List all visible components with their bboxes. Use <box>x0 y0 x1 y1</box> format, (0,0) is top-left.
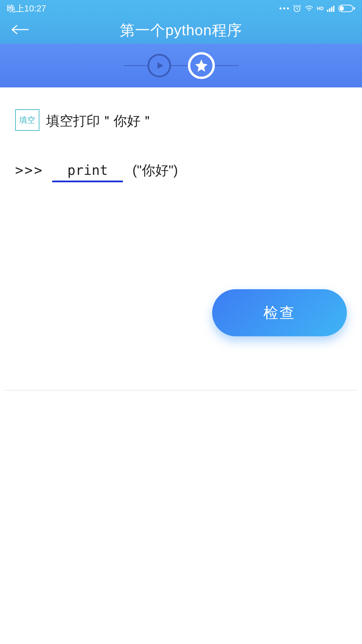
battery-icon <box>338 5 355 12</box>
svg-point-1 <box>283 7 285 9</box>
svg-rect-6 <box>331 7 332 12</box>
code-row: >>> ("你好") <box>15 161 347 182</box>
question-text: 填空打印＂你好＂ <box>46 109 154 130</box>
alarm-icon <box>293 4 301 13</box>
content-area: 填空 填空打印＂你好＂ >>> ("你好") <box>0 87 362 182</box>
svg-rect-7 <box>333 6 334 12</box>
status-bar: 晚上10:27 HD <box>0 0 362 17</box>
code-rest: ("你好") <box>132 161 178 180</box>
svg-rect-5 <box>329 8 330 12</box>
code-prompt: >>> <box>15 162 43 178</box>
status-time: 晚上10:27 <box>7 3 46 14</box>
status-right: HD <box>279 4 355 13</box>
progress-node-play[interactable] <box>147 54 171 77</box>
title-bar: 第一个python程序 <box>0 17 362 44</box>
hd-label: HD <box>317 6 324 11</box>
svg-point-2 <box>287 7 289 9</box>
question-row: 填空 填空打印＂你好＂ <box>15 109 347 131</box>
more-icon <box>279 7 289 10</box>
signal-icon <box>327 5 335 12</box>
svg-rect-10 <box>354 7 355 10</box>
content-divider <box>5 390 357 390</box>
fill-blank-input[interactable] <box>52 161 123 182</box>
check-button[interactable]: 检查 <box>212 289 347 336</box>
progress-bar <box>0 44 362 87</box>
progress-node-star[interactable] <box>188 52 215 79</box>
back-button[interactable] <box>10 21 29 39</box>
svg-point-0 <box>279 7 282 9</box>
svg-rect-4 <box>327 10 328 12</box>
svg-rect-9 <box>340 6 344 11</box>
page-title: 第一个python程序 <box>0 21 362 40</box>
question-type-badge: 填空 <box>15 109 39 131</box>
wifi-icon <box>305 5 314 12</box>
